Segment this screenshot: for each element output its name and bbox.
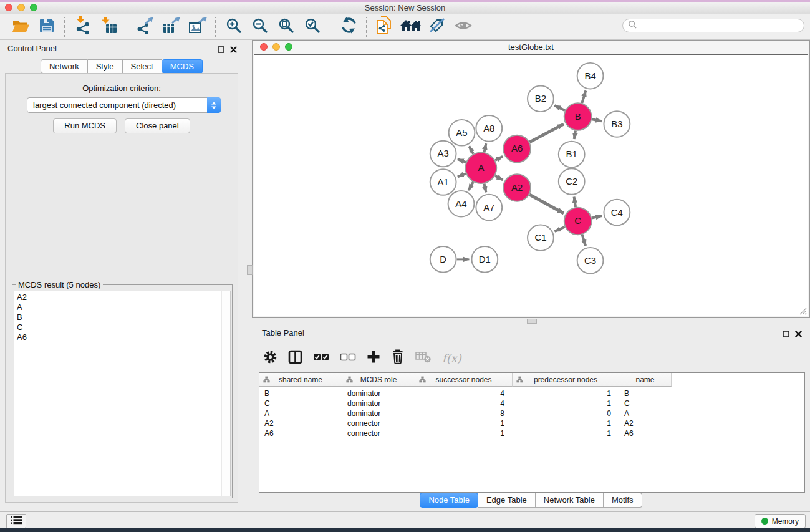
edge-B-B1[interactable] bbox=[574, 131, 576, 140]
node-D[interactable]: D bbox=[430, 246, 456, 273]
table-cell[interactable]: 1 bbox=[513, 419, 619, 428]
network-canvas[interactable]: AA1A2A3A4A5A6A7A8BB1B2B3B4CC1C2C3C4DD1 bbox=[254, 54, 808, 316]
node-B3[interactable]: B3 bbox=[604, 111, 630, 137]
table-cell[interactable]: 1 bbox=[513, 389, 619, 398]
node-C2[interactable]: C2 bbox=[559, 168, 585, 195]
zoom-in-button[interactable] bbox=[221, 16, 247, 38]
float-panel-icon[interactable] bbox=[218, 44, 224, 56]
node-B4[interactable]: B4 bbox=[577, 63, 604, 89]
edge-A-A1[interactable] bbox=[458, 173, 466, 177]
table-row[interactable]: Cdominator41C bbox=[259, 399, 804, 409]
table-cell[interactable]: 1 bbox=[415, 419, 513, 428]
task-history-button[interactable] bbox=[6, 514, 26, 528]
column-header-mcds-role[interactable]: MCDS role bbox=[342, 373, 415, 387]
node-A4[interactable]: A4 bbox=[448, 191, 475, 217]
edge-A-A6[interactable] bbox=[495, 157, 503, 160]
close-panel-button[interactable]: Close panel bbox=[125, 118, 190, 133]
search-field[interactable] bbox=[622, 19, 804, 32]
toggle-visibility-button[interactable] bbox=[450, 16, 476, 38]
apply-layout-button[interactable] bbox=[335, 16, 362, 38]
table-cell[interactable]: A6 bbox=[259, 429, 342, 438]
edge-B-B2[interactable] bbox=[554, 105, 565, 110]
run-mcds-button[interactable]: Run MCDS bbox=[53, 118, 117, 133]
column-header-shared-name[interactable]: shared name bbox=[259, 373, 342, 387]
table-cell[interactable]: dominator bbox=[342, 399, 415, 408]
node-A5[interactable]: A5 bbox=[449, 120, 475, 146]
node-C4[interactable]: C4 bbox=[604, 200, 630, 226]
table-cell[interactable]: 1 bbox=[513, 399, 619, 408]
node-A6[interactable]: A6 bbox=[503, 135, 531, 163]
memory-button[interactable]: Memory bbox=[755, 514, 806, 528]
mcds-result-item[interactable]: A bbox=[17, 302, 218, 312]
column-header-successor-nodes[interactable]: successor nodes bbox=[415, 373, 513, 387]
export-table-button[interactable] bbox=[158, 16, 185, 38]
zoom-fit-button[interactable] bbox=[273, 16, 299, 38]
tab-network-table[interactable]: Network Table bbox=[536, 493, 604, 508]
node-table[interactable]: shared nameMCDS rolesuccessor nodesprede… bbox=[259, 372, 805, 493]
window-titlebar[interactable]: Session: New Session bbox=[0, 2, 810, 14]
mcds-result-item[interactable]: C bbox=[17, 322, 218, 332]
edge-B-B4[interactable] bbox=[582, 90, 586, 103]
resize-grip[interactable] bbox=[799, 307, 807, 315]
node-A1[interactable]: A1 bbox=[430, 169, 456, 195]
settings-gear-icon[interactable] bbox=[263, 350, 277, 367]
edge-B-B3[interactable] bbox=[592, 119, 602, 121]
edge-A-A7[interactable] bbox=[485, 184, 486, 193]
hide-labels-button[interactable] bbox=[424, 16, 450, 38]
edge-A2-C[interactable] bbox=[529, 195, 564, 213]
node-A7[interactable]: A7 bbox=[476, 195, 502, 221]
add-row-icon[interactable] bbox=[367, 350, 380, 366]
close-panel-icon[interactable] bbox=[795, 329, 802, 340]
import-table-button[interactable] bbox=[96, 16, 122, 38]
table-cell[interactable]: A2 bbox=[259, 419, 342, 428]
table-cell[interactable]: dominator bbox=[342, 409, 415, 418]
column-header-name[interactable]: name bbox=[619, 373, 672, 387]
tab-network[interactable]: Network bbox=[41, 59, 88, 74]
table-cell[interactable]: dominator bbox=[342, 389, 415, 398]
table-cell[interactable]: 1 bbox=[513, 429, 619, 438]
node-C[interactable]: C bbox=[564, 208, 592, 235]
node-B1[interactable]: B1 bbox=[559, 142, 585, 168]
tab-motifs[interactable]: Motifs bbox=[604, 493, 642, 508]
zoom-selected-button[interactable] bbox=[299, 16, 325, 38]
table-cell[interactable]: connector bbox=[342, 429, 415, 438]
mcds-result-item[interactable]: A2 bbox=[17, 293, 218, 302]
edge-C-C2[interactable] bbox=[574, 197, 576, 207]
node-D1[interactable]: D1 bbox=[471, 246, 498, 273]
open-session-button[interactable] bbox=[7, 16, 34, 38]
edge-A-A3[interactable] bbox=[458, 159, 466, 162]
edge-A-A4[interactable] bbox=[469, 182, 473, 190]
mcds-result-list[interactable]: A2ABCA6 bbox=[14, 291, 221, 496]
table-cell[interactable]: 8 bbox=[415, 409, 513, 418]
mcds-result-item[interactable]: A6 bbox=[17, 332, 218, 342]
edge-A6-B[interactable] bbox=[529, 124, 563, 142]
delete-rows-icon[interactable] bbox=[391, 349, 405, 367]
node-C1[interactable]: C1 bbox=[528, 225, 554, 251]
node-B[interactable]: B bbox=[564, 103, 592, 130]
table-cell[interactable]: connector bbox=[342, 419, 415, 428]
save-session-button[interactable] bbox=[34, 16, 60, 38]
select-stepper[interactable] bbox=[207, 97, 221, 113]
home-button[interactable] bbox=[398, 16, 424, 38]
split-divider-handle-vertical[interactable] bbox=[247, 265, 253, 275]
node-A3[interactable]: A3 bbox=[430, 141, 456, 167]
zoom-out-button[interactable] bbox=[247, 16, 273, 38]
mcds-result-scrollbar[interactable] bbox=[222, 291, 231, 496]
table-cell[interactable]: C bbox=[619, 399, 672, 408]
edge-A-A2[interactable] bbox=[495, 176, 503, 180]
table-cell[interactable]: B bbox=[259, 389, 342, 398]
table-cell[interactable]: A2 bbox=[619, 419, 672, 428]
tab-edge-table[interactable]: Edge Table bbox=[478, 493, 536, 508]
split-divider-handle-horizontal[interactable] bbox=[527, 319, 537, 324]
table-cell[interactable]: A bbox=[619, 409, 672, 418]
table-row[interactable]: Adominator80A bbox=[259, 409, 804, 418]
table-row[interactable]: A6connector11A6 bbox=[259, 428, 804, 438]
table-cell[interactable]: 4 bbox=[415, 399, 513, 408]
close-panel-icon[interactable] bbox=[230, 44, 237, 56]
node-B2[interactable]: B2 bbox=[528, 86, 554, 112]
tab-node-table[interactable]: Node Table bbox=[420, 493, 478, 508]
table-cell[interactable]: C bbox=[259, 399, 342, 408]
table-row[interactable]: A2connector11A2 bbox=[259, 418, 804, 428]
edge-A-A8[interactable] bbox=[485, 143, 486, 152]
edge-C-C1[interactable] bbox=[555, 227, 565, 231]
